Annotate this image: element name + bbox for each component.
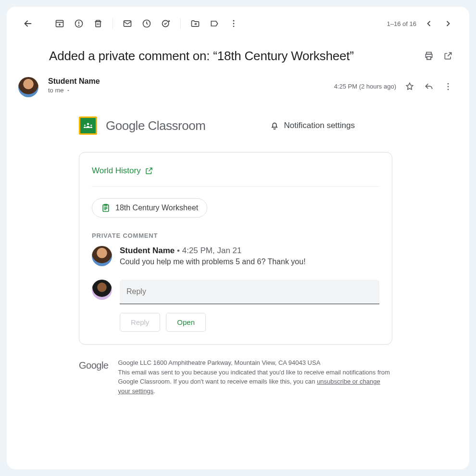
add-to-tasks-button[interactable] <box>156 14 175 33</box>
open-new-window-button[interactable] <box>438 46 458 65</box>
google-logo: Google <box>79 358 109 396</box>
assignment-icon <box>101 203 111 213</box>
svg-point-17 <box>90 125 92 126</box>
bell-icon <box>270 121 279 130</box>
reply-row <box>92 280 379 304</box>
toolbar-separator <box>113 18 113 29</box>
brand-row: Google Classroom Notification settings <box>79 116 355 135</box>
assignment-title: 18th Century Worksheet <box>115 204 198 212</box>
open-external-icon <box>145 167 153 175</box>
email-timestamp: 4:25 PM (2 hours ago) <box>334 77 396 96</box>
sender-name[interactable]: Student Name <box>48 77 334 86</box>
footer-disclaimer: This email was sent to you because you i… <box>118 368 393 396</box>
email-window: 1–16 of 16 Added a private comment on: “… <box>7 7 469 469</box>
mark-unread-button[interactable] <box>118 14 137 33</box>
archive-button[interactable] <box>50 14 69 33</box>
class-name: World History <box>92 166 141 176</box>
print-button[interactable] <box>419 46 438 65</box>
notification-settings-label: Notification settings <box>284 121 355 130</box>
svg-point-16 <box>84 125 86 126</box>
star-button[interactable] <box>400 77 419 96</box>
sender-row: Student Name to me 4:25 PM (2 hours ago) <box>18 75 458 97</box>
reply-button[interactable] <box>419 77 438 96</box>
subject-row: Added a private comment on: “18th Centur… <box>18 36 458 75</box>
comment-header: Student Name • 4:25 PM, Jan 21 <box>120 246 306 256</box>
private-comment-label: Private Comment <box>92 232 379 239</box>
comment-row: Student Name • 4:25 PM, Jan 21 Could you… <box>92 246 379 266</box>
sender-avatar[interactable] <box>18 77 38 97</box>
class-link[interactable]: World History <box>92 166 379 176</box>
open-button[interactable]: Open <box>166 313 206 332</box>
reply-submit-button[interactable]: Reply <box>120 313 160 332</box>
comment-time: 4:25 PM, Jan 21 <box>182 246 242 255</box>
svg-point-7 <box>233 20 235 22</box>
footer-address: Google LLC 1600 Amphitheatre Parkway, Mo… <box>118 358 393 368</box>
toolbar: 1–16 of 16 <box>18 12 458 36</box>
recipient-dropdown[interactable]: to me <box>48 87 334 94</box>
svg-point-9 <box>233 26 235 27</box>
more-button[interactable] <box>224 14 243 33</box>
labels-button[interactable] <box>205 14 224 33</box>
svg-point-8 <box>233 23 235 25</box>
delete-button[interactable] <box>88 14 108 33</box>
svg-rect-11 <box>427 57 431 60</box>
email-subject: Added a private comment on: “18th Centur… <box>49 49 419 64</box>
svg-point-14 <box>448 89 449 90</box>
button-row: Reply Open <box>120 313 379 332</box>
message-more-button[interactable] <box>438 77 458 96</box>
commenter-avatar <box>92 246 112 266</box>
back-button[interactable] <box>18 14 38 33</box>
classroom-logo-icon <box>79 116 97 135</box>
divider <box>92 186 379 187</box>
move-to-button[interactable] <box>186 14 205 33</box>
svg-rect-3 <box>96 22 100 27</box>
svg-point-12 <box>448 83 449 85</box>
report-spam-button[interactable] <box>69 14 88 33</box>
chevron-down-icon <box>66 88 71 93</box>
snooze-button[interactable] <box>137 14 156 33</box>
email-footer: Google Google LLC 1600 Amphitheatre Park… <box>79 358 392 396</box>
classroom-logo-text: Google Classroom <box>106 118 205 133</box>
my-avatar <box>92 280 112 300</box>
comment-author: Student Name <box>120 246 175 255</box>
reply-input[interactable] <box>120 280 379 304</box>
notification-settings-link[interactable]: Notification settings <box>270 121 355 130</box>
prev-page-button[interactable] <box>419 14 438 33</box>
notification-card: World History 18th Century Worksheet Pri… <box>79 152 392 345</box>
svg-point-13 <box>448 86 449 88</box>
page-count: 1–16 of 16 <box>387 20 416 27</box>
email-body: Google Classroom Notification settings W… <box>18 97 355 396</box>
toolbar-separator <box>180 18 181 29</box>
assignment-chip[interactable]: 18th Century Worksheet <box>92 198 207 218</box>
next-page-button[interactable] <box>438 14 458 33</box>
recipient-label: to me <box>48 87 64 94</box>
svg-point-2 <box>79 25 79 26</box>
comment-text: Could you help me with problems 5 and 6?… <box>120 257 306 266</box>
svg-point-15 <box>87 123 89 125</box>
